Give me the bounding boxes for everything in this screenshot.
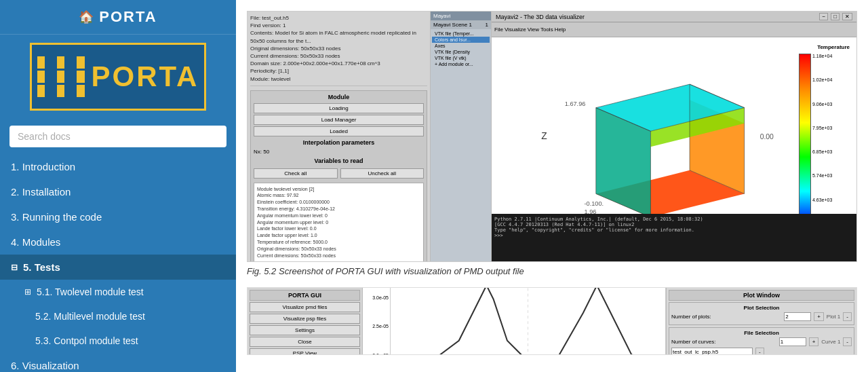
logo-cell bbox=[66, 71, 75, 83]
num-curves-row: Number of curves: + Curve 1 - bbox=[671, 337, 852, 346]
file-info-line: File: test_out.h5 bbox=[250, 14, 427, 22]
file-info-line: Find version: 1 bbox=[250, 22, 427, 29]
logo-cell bbox=[57, 85, 65, 97]
tree-vtk-density[interactable]: VTK file (Density bbox=[432, 49, 490, 55]
logo-cell bbox=[47, 85, 55, 97]
logo-cell bbox=[66, 85, 75, 97]
plot-selection-panel: Plot Selection Number of plots: + Plot 1… bbox=[669, 302, 854, 325]
sidebar-item-multilevel[interactable]: 5.2. Multilevel module test bbox=[0, 304, 236, 329]
curves-minus-btn[interactable]: - bbox=[843, 337, 852, 346]
num-curves-input[interactable] bbox=[779, 337, 806, 346]
legend-title: Temperature bbox=[817, 44, 850, 50]
mayavi-menu-bar: Mayavi bbox=[431, 12, 491, 20]
plot-selection-title: Plot Selection bbox=[671, 305, 852, 311]
logo-cell bbox=[66, 56, 75, 69]
tools-menu[interactable]: Tools bbox=[540, 26, 553, 33]
sidebar: 🏠 PORTA bbox=[0, 0, 236, 372]
tree-axes[interactable]: Axes bbox=[432, 43, 490, 49]
porta-gui-screenshot: File: test_out.h5 Find version: 1 Conten… bbox=[247, 11, 857, 262]
close-btn[interactable]: ✕ bbox=[842, 13, 852, 20]
logo-box: PORTA bbox=[30, 43, 206, 111]
legend-val: 9.06e+03 bbox=[812, 102, 832, 107]
check-btns: Check all Uncheck all bbox=[254, 167, 424, 180]
logo-cell bbox=[37, 71, 45, 83]
plots-minus-btn[interactable]: - bbox=[843, 312, 852, 321]
svg-text:1.67.96: 1.67.96 bbox=[565, 100, 586, 107]
plots-plus-btn[interactable]: + bbox=[814, 312, 824, 321]
sidebar-item-label: 4. Modules bbox=[11, 236, 60, 248]
tree-colors-surf[interactable]: Colors and Isur... bbox=[432, 37, 490, 43]
minimize-btn[interactable]: − bbox=[819, 13, 828, 20]
sidebar-item-label: 3. Running the code bbox=[11, 211, 102, 223]
y-val: 2.5e-05 bbox=[372, 324, 389, 329]
maximize-btn[interactable]: □ bbox=[831, 13, 840, 20]
mayavi-toolbar: File Visualize View Tools Help bbox=[492, 22, 856, 37]
sidebar-item-running[interactable]: 3. Running the code bbox=[0, 204, 236, 229]
sidebar-item-twolevel[interactable]: ⊞ 5.1. Twolevel module test bbox=[0, 280, 236, 304]
sidebar-item-tests[interactable]: ⊟ 5. Tests bbox=[0, 255, 236, 280]
visualize-menu[interactable]: Visualize bbox=[505, 26, 526, 33]
legend-val: 1.02e+04 bbox=[812, 77, 832, 82]
legend-labels: 1.18e+04 1.02e+04 9.06e+03 7.95e+03 6.85… bbox=[812, 54, 832, 226]
check-all-btn[interactable]: Check all bbox=[254, 168, 338, 179]
view-menu[interactable]: View bbox=[528, 26, 539, 33]
logo-cell bbox=[37, 85, 45, 97]
file-minus-btn[interactable]: - bbox=[755, 348, 764, 355]
legend-val: 7.95e+03 bbox=[812, 126, 832, 130]
console-line: Type "help", "copyright", "credits" or "… bbox=[494, 227, 854, 233]
logo-cell bbox=[57, 56, 65, 69]
scene-num: 1 bbox=[486, 22, 488, 28]
search-input[interactable] bbox=[9, 126, 226, 147]
sidebar-item-installation[interactable]: 2. Installation bbox=[0, 179, 236, 204]
bottom-plot-window: Plot Window Plot Selection Number of plo… bbox=[667, 288, 856, 354]
file-info-line: Contents: Model for Si atom in FALC atmo… bbox=[250, 29, 427, 44]
gui-mayavi-tree: Mayavi Mayavi Scene 1 1 VTK file (Temper… bbox=[431, 12, 492, 261]
sidebar-item-label: 2. Installation bbox=[11, 186, 71, 198]
sidebar-item-modules[interactable]: 4. Modules bbox=[0, 229, 236, 255]
settings-btn[interactable]: Settings bbox=[250, 325, 360, 335]
y-val: 2.0e-05 bbox=[372, 353, 389, 355]
file-input[interactable] bbox=[671, 348, 753, 355]
plot-window-title: Plot Window bbox=[669, 290, 854, 301]
file-selection-panel: File Selection Number of curves: + Curve… bbox=[669, 327, 854, 355]
tree-vtk-v[interactable]: VTK file (V vtk) bbox=[432, 55, 490, 61]
close-btn[interactable]: Close bbox=[250, 337, 360, 347]
sidebar-header: 🏠 PORTA bbox=[0, 0, 236, 35]
loading-btn[interactable]: Loading bbox=[254, 103, 424, 113]
sidebar-item-contpol[interactable]: 5.3. Contpol module test bbox=[0, 329, 236, 353]
tree-vtk-file[interactable]: VTK file (Temper... bbox=[432, 31, 490, 37]
gui-file-info: File: test_out.h5 Find version: 1 Conten… bbox=[250, 14, 427, 86]
home-icon: 🏠 bbox=[79, 10, 94, 24]
tree-add-module[interactable]: + Add module or... bbox=[432, 61, 490, 67]
logo-cell bbox=[77, 85, 85, 97]
nav-list: 1. Introduction 2. Installation 3. Runni… bbox=[0, 154, 236, 372]
num-plots-input[interactable] bbox=[784, 312, 811, 321]
file-menu[interactable]: File bbox=[494, 26, 503, 33]
sidebar-item-visualization[interactable]: 6. Visualization bbox=[0, 353, 236, 372]
psp-view-btn[interactable]: PSP View bbox=[250, 348, 360, 355]
mayavi-title: Mayavi2 - The 3D data visualizer bbox=[496, 14, 585, 20]
legend-val: 1.18e+04 bbox=[812, 54, 832, 58]
sidebar-item-introduction[interactable]: 1. Introduction bbox=[0, 154, 236, 179]
sidebar-item-label: 5. Tests bbox=[23, 261, 60, 273]
load-manager-btn[interactable]: Load Manager bbox=[254, 115, 424, 125]
figure-1-wrapper: File: test_out.h5 Find version: 1 Conten… bbox=[247, 11, 857, 276]
logo-cell bbox=[47, 71, 55, 83]
gui-module-panel: Module Loading Load Manager Loaded Inter… bbox=[250, 90, 427, 261]
console-line: [GCC 4.4.7 20120313 (Red Hat 4.4.7-11)] … bbox=[494, 222, 854, 227]
sidebar-item-label: 5.3. Contpol module test bbox=[35, 335, 138, 346]
porta-gui-title: PORTA GUI bbox=[250, 290, 360, 301]
loaded-btn[interactable]: Loaded bbox=[254, 126, 424, 136]
help-menu[interactable]: Help bbox=[555, 26, 566, 33]
plot-svg bbox=[390, 287, 666, 355]
uncheck-all-btn[interactable]: Uncheck all bbox=[340, 168, 425, 179]
logo-container: PORTA bbox=[0, 35, 236, 119]
console-line: Python 2.7.11 |Continuum Analytics, Inc.… bbox=[494, 217, 854, 222]
file-selection-title: File Selection bbox=[671, 330, 852, 336]
mayavi-window-header: Mayavi2 - The 3D data visualizer − □ ✕ bbox=[492, 12, 856, 22]
gui-left-panel: File: test_out.h5 Find version: 1 Conten… bbox=[248, 12, 431, 261]
curves-plus-btn[interactable]: + bbox=[809, 337, 819, 346]
visualize-psp-btn[interactable]: Visualize psp files bbox=[250, 314, 360, 324]
visualize-pmd-btn[interactable]: Visualize pmd files bbox=[250, 302, 360, 312]
logo-text: PORTA bbox=[92, 60, 199, 93]
